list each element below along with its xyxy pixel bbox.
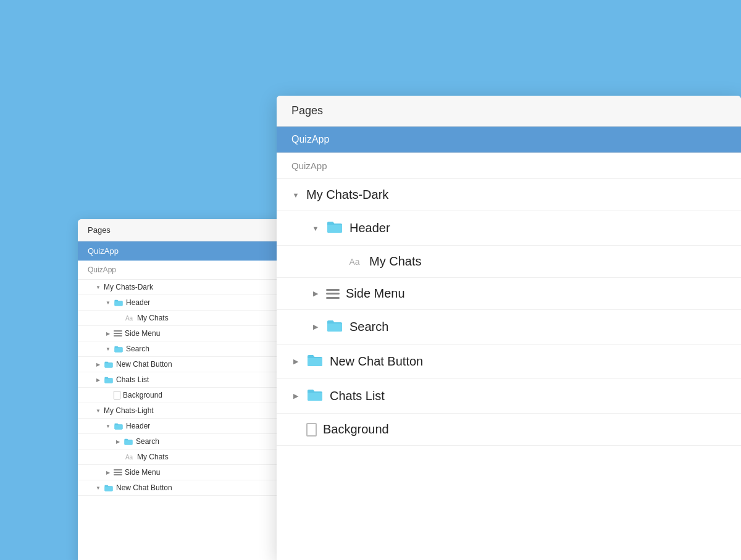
front-tree: My Chats-Dark HeaderAaMy ChatsSide Menu … xyxy=(277,179,741,446)
text-icon: Aa xyxy=(346,257,363,267)
tree-item-label: Search xyxy=(126,345,149,353)
arrow-icon xyxy=(105,299,111,306)
tree-item-label: My Chats-Light xyxy=(104,406,154,415)
back-tree-item-search-dark[interactable]: Search xyxy=(78,341,282,357)
back-tree-item-header-dark[interactable]: Header xyxy=(78,295,282,311)
tree-item-label: New Chat Button xyxy=(330,354,423,369)
folder-icon xyxy=(326,319,343,335)
tree-item-label: Chats List xyxy=(330,389,385,403)
back-tree-item-chats-list-dark[interactable]: Chats List xyxy=(78,372,282,388)
folder-icon xyxy=(104,361,114,368)
back-panel-selected-label: QuizApp xyxy=(88,246,119,256)
tree-item-label: Background xyxy=(323,422,389,437)
back-section-title: QuizApp xyxy=(78,261,282,280)
back-panel-selected[interactable]: QuizApp xyxy=(78,241,282,261)
back-tree-item-my-chats-text-dark[interactable]: AaMy Chats xyxy=(78,311,282,326)
list-icon xyxy=(326,289,340,299)
arrow-icon xyxy=(105,469,111,475)
front-panel: Pages QuizApp QuizApp My Chats-Dark Head… xyxy=(277,96,741,560)
arrow-icon xyxy=(105,330,111,336)
folder-icon xyxy=(114,422,124,430)
tree-item-label: My Chats-Dark xyxy=(104,283,153,291)
arrow-icon xyxy=(95,284,101,290)
back-tree-item-new-chat-light[interactable]: New Chat Button xyxy=(78,480,282,496)
tree-item-label: Chats List xyxy=(116,375,149,384)
tree-item-label: Side Menu xyxy=(346,286,405,301)
arrow-icon xyxy=(291,357,300,366)
back-tree-item-side-menu-dark[interactable]: Side Menu xyxy=(78,326,282,341)
back-panel: Pages QuizApp QuizApp My Chats-Dark Head… xyxy=(78,219,282,560)
arrow-icon xyxy=(311,323,320,332)
tree-item-label: My Chats-Dark xyxy=(306,188,388,202)
front-tree-item-background-dark[interactable]: Background xyxy=(277,414,741,446)
arrow-icon xyxy=(311,290,320,298)
back-tree-item-my-chats-dark[interactable]: My Chats-Dark xyxy=(78,280,282,295)
tree-item-label: Side Menu xyxy=(125,329,160,338)
folder-icon xyxy=(104,376,114,383)
folder-icon xyxy=(326,220,343,236)
front-tree-item-header-dark[interactable]: Header xyxy=(277,211,741,246)
front-panel-title: Pages xyxy=(291,104,323,117)
back-panel-body: QuizApp My Chats-Dark HeaderAaMy ChatsSi… xyxy=(78,261,282,496)
arrow-icon xyxy=(95,361,101,367)
front-tree-item-search-dark[interactable]: Search xyxy=(277,310,741,345)
arrow-icon xyxy=(95,407,101,414)
front-tree-item-my-chats-dark[interactable]: My Chats-Dark xyxy=(277,179,741,211)
tree-item-label: New Chat Button xyxy=(116,483,172,492)
arrow-icon xyxy=(105,346,111,352)
text-icon: Aa xyxy=(124,315,135,322)
back-tree: My Chats-Dark HeaderAaMy ChatsSide Menu … xyxy=(78,280,282,496)
tree-item-label: My Chats xyxy=(137,314,169,322)
back-panel-header: Pages xyxy=(78,219,282,241)
rect-icon xyxy=(114,391,120,399)
back-tree-item-background-dark[interactable]: Background xyxy=(78,388,282,403)
arrow-icon xyxy=(95,485,101,491)
tree-item-label: Search xyxy=(350,320,388,334)
text-icon: Aa xyxy=(124,454,135,461)
tree-item-label: New Chat Button xyxy=(116,360,172,369)
folder-icon xyxy=(124,438,133,445)
arrow-icon xyxy=(291,392,300,401)
rect-icon xyxy=(306,423,317,437)
front-tree-item-my-chats-text-dark[interactable]: AaMy Chats xyxy=(277,246,741,278)
tree-item-label: Header xyxy=(350,221,390,235)
tree-item-label: My Chats xyxy=(369,254,421,269)
back-tree-item-side-menu-light[interactable]: Side Menu xyxy=(78,465,282,480)
folder-icon xyxy=(104,484,114,491)
back-tree-item-my-chats-light[interactable]: My Chats-Light xyxy=(78,403,282,419)
list-icon xyxy=(114,469,122,475)
back-tree-item-header-light[interactable]: Header xyxy=(78,419,282,434)
folder-icon xyxy=(114,345,124,353)
arrow-icon xyxy=(115,438,121,445)
tree-item-label: Background xyxy=(123,391,162,399)
tree-item-label: Search xyxy=(136,437,159,446)
folder-icon xyxy=(114,299,124,306)
front-panel-selected-label: QuizApp xyxy=(291,134,329,144)
folder-icon xyxy=(306,353,324,370)
front-panel-selected[interactable]: QuizApp xyxy=(277,127,741,153)
back-panel-title: Pages xyxy=(88,225,111,235)
arrow-icon xyxy=(95,377,101,383)
tree-item-label: Side Menu xyxy=(125,468,160,477)
front-section-title: QuizApp xyxy=(277,153,741,179)
front-tree-item-side-menu-dark[interactable]: Side Menu xyxy=(277,278,741,310)
arrow-icon xyxy=(311,224,320,233)
arrow-icon xyxy=(291,191,300,199)
list-icon xyxy=(114,330,122,336)
front-tree-item-new-chat-dark[interactable]: New Chat Button xyxy=(277,345,741,379)
back-tree-item-new-chat-dark[interactable]: New Chat Button xyxy=(78,357,282,372)
arrow-icon xyxy=(105,423,111,429)
folder-icon xyxy=(306,388,324,404)
tree-item-label: Header xyxy=(126,298,150,307)
front-tree-item-chats-list-dark[interactable]: Chats List xyxy=(277,379,741,414)
tree-item-label: Header xyxy=(126,422,150,430)
front-panel-header: Pages xyxy=(277,96,741,127)
back-tree-item-search-light[interactable]: Search xyxy=(78,434,282,449)
tree-item-label: My Chats xyxy=(137,453,169,461)
back-tree-item-my-chats-text-light[interactable]: AaMy Chats xyxy=(78,449,282,465)
